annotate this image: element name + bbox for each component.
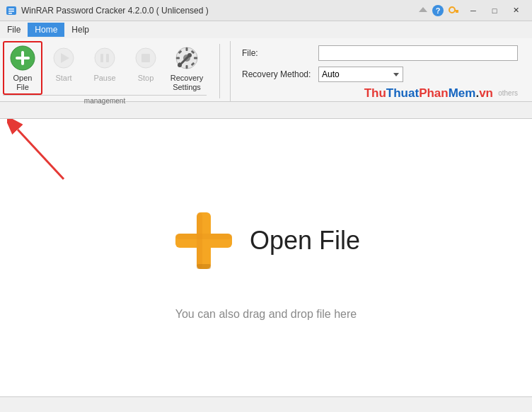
pause-icon xyxy=(92,45,117,71)
svg-rect-24 xyxy=(186,65,188,69)
menu-bar: File Home Help xyxy=(0,21,532,38)
svg-rect-26 xyxy=(194,57,197,59)
large-open-file-icon xyxy=(172,209,236,273)
svg-rect-20 xyxy=(141,54,150,62)
start-label: Start xyxy=(55,74,71,83)
maximize-button[interactable]: □ xyxy=(484,4,505,18)
app-icon xyxy=(6,5,17,16)
pause-label: Pause xyxy=(93,74,115,83)
recovery-settings-button[interactable]: RecoverySettings xyxy=(167,41,207,95)
title-bar-text: WinRAR Password Cracker 4.2.0.0 ( Unlice… xyxy=(21,6,209,16)
svg-rect-39 xyxy=(197,212,202,269)
svg-rect-23 xyxy=(186,47,188,51)
svg-rect-40 xyxy=(175,234,232,239)
recovery-settings-label: RecoverySettings xyxy=(170,74,203,92)
file-field-row: File: xyxy=(242,45,518,61)
ribbon-separator xyxy=(219,44,220,98)
main-content: Open File You can also drag and drop fil… xyxy=(0,119,532,396)
ribbon-management-group: OpenFile Start xyxy=(3,41,214,101)
status-bar xyxy=(0,396,532,412)
watermark-mem: Mem xyxy=(449,86,476,100)
svg-rect-13 xyxy=(16,57,30,59)
svg-rect-10 xyxy=(456,11,457,13)
open-file-main-text: Open File xyxy=(250,226,360,256)
stop-button[interactable]: Stop xyxy=(126,41,166,91)
file-input[interactable] xyxy=(318,45,518,61)
minimize-button[interactable]: ─ xyxy=(463,4,484,18)
watermark: ThuThuatPhanMem.vn xyxy=(364,86,493,101)
open-file-button[interactable]: OpenFile xyxy=(3,41,42,95)
svg-marker-34 xyxy=(393,73,399,76)
recovery-settings-icon xyxy=(174,45,200,71)
svg-point-32 xyxy=(178,63,182,67)
close-button[interactable]: ✕ xyxy=(505,4,526,18)
file-label: File: xyxy=(242,48,313,58)
menu-item-help[interactable]: Help xyxy=(64,23,96,37)
pause-button[interactable]: Pause xyxy=(85,41,125,91)
svg-point-33 xyxy=(187,53,192,57)
drag-drop-text: You can also drag and drop file here xyxy=(175,308,357,321)
stop-icon xyxy=(133,45,158,71)
svg-point-7 xyxy=(449,7,455,13)
svg-rect-1 xyxy=(8,8,14,10)
start-button[interactable]: Start xyxy=(44,41,83,91)
svg-text:?: ? xyxy=(436,6,441,15)
stop-label: Stop xyxy=(138,74,154,83)
ribbon-buttons: OpenFile Start xyxy=(3,41,207,95)
method-value: Auto xyxy=(322,69,340,79)
menu-item-file[interactable]: File xyxy=(0,23,28,37)
key-icon[interactable] xyxy=(447,4,460,17)
svg-rect-18 xyxy=(106,54,109,62)
title-bar-middle: ? xyxy=(209,4,463,17)
svg-rect-2 xyxy=(8,11,14,12)
open-file-icon xyxy=(10,45,35,71)
method-label: Recovery Method: xyxy=(242,69,313,79)
up-arrow-icon xyxy=(417,5,429,16)
svg-point-16 xyxy=(95,48,115,68)
management-label: management xyxy=(3,95,207,106)
open-file-label: OpenFile xyxy=(13,74,33,92)
svg-rect-9 xyxy=(457,11,458,13)
method-select[interactable]: Auto xyxy=(318,67,403,82)
svg-rect-8 xyxy=(454,10,458,11)
title-bar: WinRAR Password Cracker 4.2.0.0 ( Unlice… xyxy=(0,0,532,21)
title-bar-controls: ─ □ ✕ xyxy=(463,4,526,18)
svg-rect-25 xyxy=(176,57,180,59)
menu-item-home[interactable]: Home xyxy=(28,23,64,37)
title-bar-left: WinRAR Password Cracker 4.2.0.0 ( Unlice… xyxy=(6,5,209,16)
svg-marker-4 xyxy=(419,7,427,12)
help-icon[interactable]: ? xyxy=(432,4,444,17)
chevron-down-icon xyxy=(393,71,400,78)
svg-rect-3 xyxy=(8,13,12,14)
open-file-icon-row: Open File xyxy=(172,209,360,273)
watermark-thuat: Thuat xyxy=(386,86,419,100)
watermark-vn: vn xyxy=(479,86,493,100)
watermark-phan: Phan xyxy=(419,86,449,100)
open-file-area[interactable]: Open File You can also drag and drop fil… xyxy=(14,147,518,382)
watermark-thu: Thu xyxy=(364,86,386,100)
svg-rect-17 xyxy=(100,54,103,62)
method-field-row: Recovery Method: Auto xyxy=(242,67,518,82)
start-icon xyxy=(51,45,76,71)
svg-rect-41 xyxy=(197,264,211,269)
